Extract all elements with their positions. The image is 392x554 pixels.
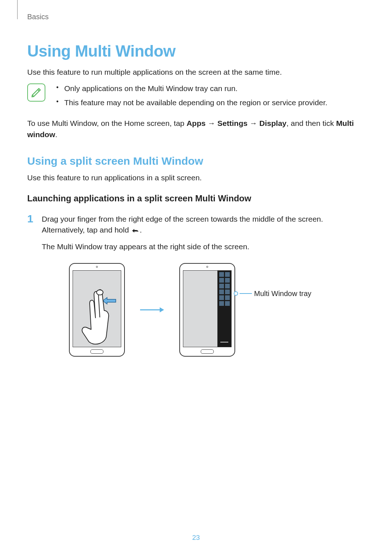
note-list: Only applications on the Multi Window tr… xyxy=(55,83,365,111)
step-line-1a: Drag your finger from the right edge of … xyxy=(42,215,323,234)
svg-line-0 xyxy=(38,90,39,91)
breadcrumb: Basics xyxy=(27,13,365,21)
step-line-1b: . xyxy=(140,226,142,234)
note-item: Only applications on the Multi Window tr… xyxy=(55,83,365,95)
note-icon xyxy=(27,83,45,102)
note-block: Only applications on the Multi Window tr… xyxy=(27,83,365,111)
page-number: 23 xyxy=(0,534,392,542)
back-icon xyxy=(131,226,140,237)
note-item: This feature may not be available depend… xyxy=(55,97,365,109)
section-subsubhead: Launching applications in a split screen… xyxy=(27,193,365,204)
step-line-2: The Multi Window tray appears at the rig… xyxy=(42,241,365,252)
enable-instruction: To use Multi Window, on the Home screen,… xyxy=(27,118,365,140)
step-1: 1 Drag your finger from the right edge o… xyxy=(27,214,365,257)
callout-line xyxy=(240,293,252,294)
transform-arrow-icon xyxy=(139,306,165,313)
multi-window-tray xyxy=(217,271,231,347)
instr-suffix: , and then tick xyxy=(286,119,336,127)
instr-path-settings: Settings xyxy=(217,119,248,127)
instr-path-apps: Apps xyxy=(187,119,206,127)
sub-intro-text: Use this feature to run applications in … xyxy=(27,172,365,183)
hand-gesture-icon xyxy=(73,271,121,347)
figure-row: Multi Window tray xyxy=(69,263,365,357)
step-number: 1 xyxy=(27,213,42,225)
callout-label: Multi Window tray xyxy=(254,290,311,298)
step-line-1: Drag your finger from the right edge of … xyxy=(42,214,365,237)
instr-path-display: Display xyxy=(260,119,287,127)
instr-prefix: To use Multi Window, on the Home screen,… xyxy=(27,119,187,127)
header-accent-bar xyxy=(17,0,18,19)
device-illustration-before xyxy=(69,263,125,357)
section-subhead: Using a split screen Multi Window xyxy=(27,155,365,167)
step-body: Drag your finger from the right edge of … xyxy=(42,214,365,257)
intro-text: Use this feature to run multiple applica… xyxy=(27,67,365,78)
page-title: Using Multi Window xyxy=(27,42,365,60)
svg-point-1 xyxy=(97,290,103,295)
device-illustration-after xyxy=(179,263,235,357)
callout-dot xyxy=(234,291,238,296)
